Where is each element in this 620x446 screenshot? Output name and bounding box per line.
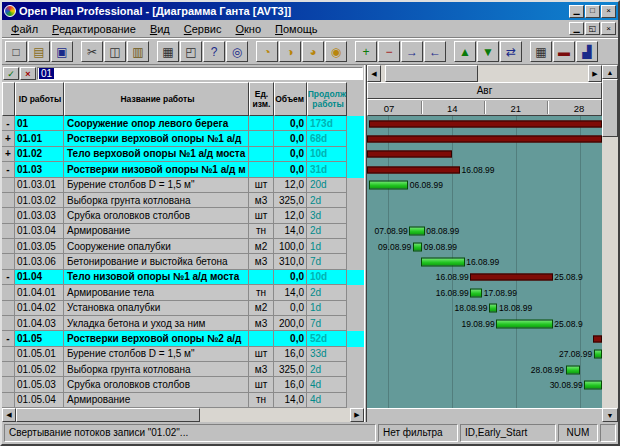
menu-tools[interactable]: Сервис [177, 22, 229, 36]
table-hscrollbar[interactable]: ◀ ▶ [2, 408, 364, 422]
hscroll-thumb[interactable] [16, 408, 200, 422]
context-help-button[interactable]: ◎ [226, 41, 248, 62]
vertical-scrollbar[interactable]: ▲ ▼ [602, 65, 618, 422]
task-bar[interactable] [409, 227, 424, 236]
mdi-minimize-button[interactable]: ▁ [569, 22, 584, 35]
table-row[interactable]: 01.03.02Выборка грунта котлованам3325,02… [2, 193, 364, 208]
outdent-button[interactable]: ← [424, 41, 446, 62]
cell-expand-toggle[interactable]: + [2, 131, 15, 146]
cell-edit-input[interactable]: 01 [37, 67, 363, 80]
mdi-close-button[interactable]: × [601, 22, 616, 35]
summary-bar[interactable] [367, 136, 602, 143]
table-row[interactable]: +01.02Тело верховой опоры №1 а/д моста0,… [2, 147, 364, 162]
move-up-button[interactable]: ▲ [454, 41, 476, 62]
table-row[interactable]: -01.03Ростверки низовой опоры №1 а/д м0,… [2, 162, 364, 177]
header-id[interactable]: ID работы [15, 82, 64, 116]
vscroll-track[interactable] [602, 79, 618, 408]
menu-view[interactable]: Вид [143, 22, 177, 36]
maximize-button[interactable]: □ [585, 5, 600, 18]
menu-file[interactable]: Файл [4, 22, 45, 36]
move-down-button[interactable]: ▼ [477, 41, 499, 62]
table-row[interactable]: 01.03.01Бурение столбов D = 1,5 м"шт12,0… [2, 178, 364, 193]
gantt-hscroll-track[interactable] [381, 65, 588, 82]
minimize-button[interactable]: ▁ [569, 5, 584, 18]
task-bar[interactable] [566, 365, 580, 374]
table-row[interactable]: 01.05.04Армированиетн14,04d [2, 393, 364, 408]
cell-expand-toggle[interactable]: - [2, 270, 15, 285]
table-row[interactable]: 01.03.06Бетонирование и выстойка бетонам… [2, 254, 364, 269]
menu-edit[interactable]: Редактирование [45, 22, 143, 36]
task-bar[interactable] [594, 350, 602, 359]
summary-bar[interactable] [367, 166, 460, 173]
task-bar[interactable] [496, 319, 552, 328]
mdi-restore-button[interactable]: ◱ [585, 22, 600, 35]
summary-bar[interactable] [367, 151, 452, 158]
link-tasks-button[interactable]: ⇄ [500, 41, 522, 62]
task-bar[interactable] [369, 181, 408, 190]
app-icon[interactable] [4, 5, 16, 17]
table-row[interactable]: 01.03.03Срубка оголовков столбовшт12,03d [2, 208, 364, 223]
table-row[interactable]: 01.05.01Бурение столбов D = 1,5 м"шт16,0… [2, 347, 364, 362]
summary-bar[interactable] [470, 274, 552, 281]
paste-button[interactable]: ▥ [127, 41, 149, 62]
cancel-edit-button[interactable]: × [20, 67, 36, 80]
histogram-view-button[interactable]: ▟ [576, 41, 598, 62]
scroll-right-button[interactable]: ▶ [350, 408, 364, 422]
menu-help[interactable]: Помощь [268, 22, 325, 36]
resource-analysis-button[interactable]: ◑ [279, 41, 301, 62]
task-bar[interactable] [470, 288, 482, 297]
table-row[interactable]: 01.03.04Армированиетн14,02d [2, 224, 364, 239]
table-row[interactable]: 01.05.02Выборка грунта котлованам3325,02… [2, 362, 364, 377]
confirm-edit-button[interactable]: ✓ [3, 67, 19, 80]
table-row[interactable]: 01.04.03Укладка бетона и уход за нимм320… [2, 316, 364, 331]
help-button[interactable]: ? [203, 41, 225, 62]
spreadsheet-view-button[interactable]: ▦ [530, 41, 552, 62]
vscroll-thumb[interactable] [602, 79, 618, 137]
open-file-button[interactable]: ▤ [28, 41, 50, 62]
summary-bar[interactable] [593, 335, 602, 342]
hscroll-track[interactable] [16, 408, 350, 422]
time-analysis-button[interactable]: ◔ [256, 41, 278, 62]
table-row[interactable]: -01.04Тело низовой опоры №1 а/д моста0,0… [2, 270, 364, 285]
table-row[interactable]: -01.05Ростверки верховой опоры №2 а/д0,0… [2, 331, 364, 346]
baseline-button[interactable]: ◉ [325, 41, 347, 62]
header-volume[interactable]: Объем [274, 82, 307, 116]
header-duration[interactable]: Продолж. работы [307, 82, 347, 116]
gantt-scroll-left-button[interactable]: ◀ [367, 65, 381, 82]
new-file-button[interactable]: □ [5, 41, 27, 62]
table-row[interactable]: +01.01Ростверки верховой опоры №1 а/д0,0… [2, 131, 364, 146]
cell-expand-toggle[interactable]: + [2, 147, 15, 162]
menu-window[interactable]: Окно [228, 22, 268, 36]
cost-analysis-button[interactable]: ◕ [302, 41, 324, 62]
task-bar[interactable] [413, 242, 422, 251]
task-bar[interactable] [489, 304, 497, 313]
copy-button[interactable]: ◫ [104, 41, 126, 62]
close-button[interactable]: × [601, 5, 616, 18]
task-bar[interactable] [584, 381, 602, 390]
scroll-up-button[interactable]: ▲ [602, 65, 618, 79]
header-name[interactable]: Название работы [64, 82, 249, 116]
gantt-hscrollbar[interactable]: ◀ ▶ [367, 65, 602, 82]
indent-button[interactable]: → [401, 41, 423, 62]
print-preview-button[interactable]: ◰ [180, 41, 202, 62]
scroll-left-button[interactable]: ◀ [2, 408, 16, 422]
gantt-scroll-right-button[interactable]: ▶ [588, 65, 602, 82]
task-bar[interactable] [421, 258, 464, 267]
header-unit[interactable]: Ед. изм. [249, 82, 274, 116]
summary-bar[interactable] [369, 120, 602, 127]
collapse-outline-button[interactable]: − [378, 41, 400, 62]
cell-expand-toggle[interactable]: - [2, 331, 15, 346]
table-row[interactable]: 01.04.01Армирование телатн14,02d [2, 285, 364, 300]
barchart-view-button[interactable]: ▬ [553, 41, 575, 62]
cell-expand-toggle[interactable]: - [2, 116, 15, 131]
save-file-button[interactable]: ▣ [51, 41, 73, 62]
table-row[interactable]: -01Сооружение опор левого берега0,0173d [2, 116, 364, 131]
expand-outline-button[interactable]: + [355, 41, 377, 62]
table-row[interactable]: 01.04.02Установка опалубким20,01d [2, 301, 364, 316]
cell-expand-toggle[interactable]: - [2, 162, 15, 177]
table-row[interactable]: 01.03.05Сооружение опалубким2100,01d [2, 239, 364, 254]
cut-button[interactable]: ✂ [81, 41, 103, 62]
gantt-hscroll-thumb[interactable] [385, 65, 478, 82]
table-row[interactable]: 01.05.03Срубка оголовков столбовшт16,04d [2, 377, 364, 392]
scroll-down-button[interactable]: ▼ [602, 408, 618, 422]
